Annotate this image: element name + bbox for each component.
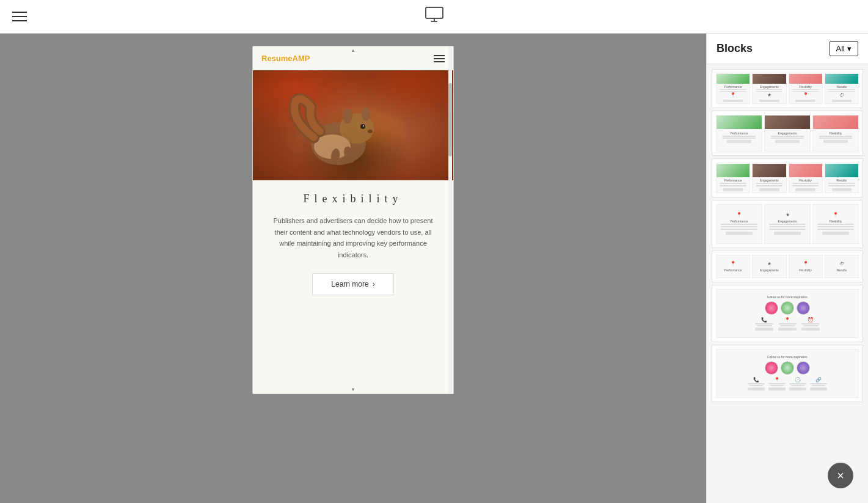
mobile-frame: ▲ ResumeAMP <box>252 46 454 394</box>
block-thumb-2[interactable]: Performance Engagements <box>712 111 863 156</box>
thumb-btn-4-3 <box>822 232 849 235</box>
social-text-8 <box>749 385 763 386</box>
thumb-label-1-4: Results <box>837 85 847 89</box>
thumb-icon-5-1: 📍 <box>730 261 736 266</box>
chevron-right-icon: › <box>373 280 375 288</box>
thumb-btn-3-2 <box>759 188 779 191</box>
logo-part2: AMP <box>293 54 310 63</box>
block-thumb-3[interactable]: Performance Engagements Flex <box>712 158 863 197</box>
thumb-text-2-2 <box>723 138 756 139</box>
mobile-logo: ResumeAMP <box>261 54 310 63</box>
thumb-label-5-3: Flexibility <box>799 268 812 272</box>
thumb-image-1-4 <box>825 74 858 84</box>
all-filter-button[interactable]: All ▾ <box>830 41 858 56</box>
thumb-text-4-8 <box>817 226 853 227</box>
social-img-5 <box>781 361 794 375</box>
thumb-image-2-1 <box>717 116 762 129</box>
thumb-label-5-1: Performance <box>724 268 742 272</box>
social-block-1: Follow us for more inspiration 📞 <box>716 289 859 338</box>
sidebar-title: Blocks <box>717 42 753 55</box>
block-thumb-1[interactable]: Performance 📍 Engagements ★ <box>712 69 863 108</box>
block-thumb-4[interactable]: 📍 Performance ★ Engagements <box>712 200 863 248</box>
social-icon-map-2: 📍 <box>768 377 786 392</box>
thumb-text-4-6 <box>769 229 805 230</box>
svg-point-5 <box>343 109 352 123</box>
thumb-text-4-5 <box>769 226 805 227</box>
social-text-3 <box>778 323 797 325</box>
social-icons-row-1: 📞 📍 ⏰ <box>755 317 820 332</box>
close-fab-button[interactable]: × <box>828 463 853 488</box>
thumb-cell-2-2: Engagements <box>764 115 811 152</box>
thumb-content-2-2: Engagements <box>765 129 810 151</box>
block-thumb-6[interactable]: Follow us for more inspiration 📞 <box>712 285 863 342</box>
social-btn-1 <box>755 328 773 331</box>
sidebar-blocks: Performance 📍 Engagements ★ <box>707 64 868 407</box>
monitor-icon <box>425 7 443 26</box>
thumb-label-2-1: Performance <box>718 131 760 135</box>
thumb-text-2-5 <box>819 136 852 137</box>
scroll-arrow-bottom[interactable]: ▼ <box>351 387 356 392</box>
mobile-scrollbar[interactable] <box>448 46 452 394</box>
thumb-text-3-4 <box>756 185 782 186</box>
thumb-image-1-2 <box>753 74 786 84</box>
thumb-icon-5-4: ⏱ <box>839 261 844 266</box>
thumb-text-3-6 <box>792 185 819 186</box>
thumb-label-4-2: Engagements <box>778 219 797 223</box>
thumb-cell-3-3: Flexibility <box>789 163 823 193</box>
toolbar <box>0 0 868 34</box>
social-btn-4 <box>748 387 765 391</box>
social-images-2 <box>765 361 810 375</box>
thumb-cell-4-3: 📍 Flexibility <box>812 204 859 244</box>
social-text-9 <box>768 383 786 384</box>
mobile-hamburger[interactable] <box>434 55 445 62</box>
thumb-label-3-1: Performance <box>724 178 742 182</box>
thumb-icon-4-1: 📍 <box>736 212 742 218</box>
thumb-btn-3-3 <box>795 188 815 191</box>
block-thumb-5[interactable]: 📍 Performance ★ Engagements 📍 Flexibilit… <box>712 251 863 282</box>
thumb-text-4-3 <box>721 229 757 230</box>
block-grid-4col-2: Performance Engagements Flex <box>716 163 859 193</box>
mobile-content: Flexibility Publishers and advertisers c… <box>253 180 453 394</box>
thumb-text-3-8 <box>828 185 855 186</box>
thumb-icon-1-1: 📍 <box>730 92 736 98</box>
thumb-image-2-3 <box>813 116 858 129</box>
social-img-2 <box>781 301 794 315</box>
mobile-page-title: Flexibility <box>303 193 403 205</box>
thumb-text-2-1 <box>723 136 756 137</box>
learn-more-label: Learn more <box>331 280 368 288</box>
thumb-text-3-5 <box>792 183 819 184</box>
thumb-text-1-4 <box>756 91 782 92</box>
social-btn-3 <box>801 328 820 331</box>
thumb-label-3-3: Flexibility <box>799 178 812 182</box>
social-images-1 <box>765 301 810 315</box>
thumb-btn-3-1 <box>723 188 743 191</box>
svg-point-9 <box>368 130 373 133</box>
social-text-2 <box>757 325 772 326</box>
thumb-btn-1-2 <box>759 100 779 102</box>
thumb-text-4-4 <box>769 224 805 225</box>
thumb-cell-4-1: 📍 Performance <box>716 204 762 244</box>
thumb-btn-1-1 <box>723 100 743 102</box>
scroll-arrow-top[interactable]: ▲ <box>351 48 356 53</box>
social-icon-map: 📍 <box>778 317 797 332</box>
thumb-cell-5-4: ⏱ Results <box>825 255 859 278</box>
thumb-content-2-1: Performance <box>717 129 762 151</box>
social-icon-link-2: 🔗 <box>810 377 827 392</box>
thumb-icon-5-3: 📍 <box>803 261 809 266</box>
mobile-hamburger-line-1 <box>434 55 445 56</box>
thumb-cell-3-4: Results <box>825 163 859 193</box>
thumb-btn-2-2 <box>775 140 800 143</box>
social-icon-phone: 📞 <box>755 317 773 332</box>
thumb-text-2-4 <box>771 138 804 139</box>
block-thumb-7[interactable]: Follow us for more inspiration 📞 <box>712 345 863 402</box>
thumb-text-1-8 <box>828 91 855 92</box>
learn-more-button[interactable]: Learn more › <box>312 273 393 295</box>
hamburger-menu[interactable] <box>12 12 27 21</box>
mobile-scrollbar-thumb[interactable] <box>448 83 452 156</box>
social-btn-5 <box>768 387 786 391</box>
thumb-cell-5-1: 📍 Performance <box>716 255 750 278</box>
thumb-label-5-2: Engagements <box>760 268 779 272</box>
thumb-image-2-2 <box>765 116 810 129</box>
block-grid-3col-1: Performance Engagements <box>716 115 859 152</box>
social-icon-phone-2: 📞 <box>748 377 765 392</box>
